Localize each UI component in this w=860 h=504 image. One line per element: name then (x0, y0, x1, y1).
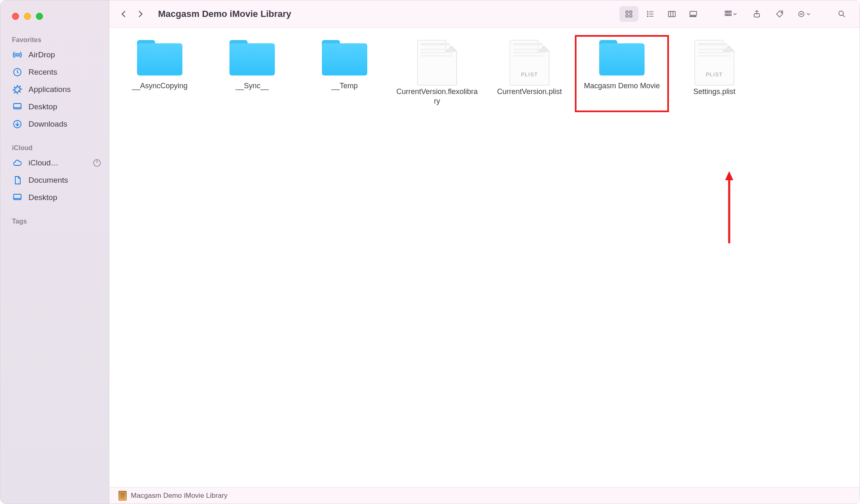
svg-point-28 (801, 14, 801, 14)
icon-view-button[interactable] (619, 6, 638, 22)
sidebar-section-icloud: iCloud (0, 140, 109, 154)
column-view-button[interactable] (662, 6, 681, 22)
svg-point-12 (647, 16, 648, 16)
sidebar-item-label: Applications (28, 85, 71, 94)
sidebar-item-icloud-drive[interactable]: iCloud… (0, 154, 109, 172)
file-item[interactable]: PLIST CurrentVersion.plist (483, 36, 576, 111)
svg-point-25 (781, 12, 782, 13)
svg-rect-19 (728, 11, 729, 12)
sync-progress-icon (92, 158, 102, 167)
minimize-window-button[interactable] (24, 13, 31, 20)
svg-rect-21 (725, 14, 727, 16)
folder-icon (599, 40, 645, 75)
svg-rect-8 (626, 14, 628, 17)
folder-item-highlighted[interactable]: Macgasm Demo Movie (576, 36, 668, 111)
file-item[interactable]: PLIST Settings.plist (668, 36, 761, 111)
fullscreen-window-button[interactable] (36, 13, 43, 20)
svg-point-11 (647, 14, 648, 14)
sidebar-item-recents[interactable]: Recents (0, 64, 109, 81)
sidebar: Favorites AirDrop Recents (0, 0, 109, 504)
desktop-icon (12, 101, 23, 112)
sidebar-item-label: Desktop (28, 193, 57, 202)
path-label: Macgasm Demo iMovie Library (131, 492, 227, 500)
document-icon (12, 175, 23, 186)
file-icon: PLIST (695, 40, 734, 85)
cloud-icon (12, 158, 23, 168)
svg-rect-9 (630, 14, 632, 17)
svg-rect-14 (690, 11, 697, 15)
file-badge: PLIST (695, 71, 734, 78)
sidebar-section-tags: Tags (0, 214, 109, 228)
svg-point-10 (647, 11, 648, 12)
svg-rect-22 (728, 14, 729, 16)
svg-rect-23 (730, 14, 731, 16)
svg-marker-32 (725, 171, 733, 180)
svg-rect-7 (630, 11, 632, 13)
sidebar-item-desktop-icloud[interactable]: Desktop (0, 189, 109, 206)
svg-rect-18 (725, 11, 727, 12)
sidebar-item-desktop[interactable]: Desktop (0, 98, 109, 115)
file-icon: PLIST (510, 40, 549, 85)
item-label: Settings.plist (693, 87, 735, 97)
window-controls (0, 5, 109, 32)
svg-point-27 (800, 14, 801, 14)
item-label: CurrentVersion.flexolibrary (396, 87, 478, 106)
svg-rect-16 (692, 16, 694, 16)
item-label: __AsyncCopying (132, 81, 187, 91)
sidebar-section-favorites: Favorites (0, 32, 109, 46)
view-mode-group (619, 6, 703, 22)
folder-item[interactable]: __Temp (298, 36, 391, 111)
toolbar: Macgasm Demo iMovie Library (109, 0, 860, 28)
main-pane: Macgasm Demo iMovie Library (109, 0, 860, 504)
sidebar-item-downloads[interactable]: Downloads (0, 115, 109, 133)
airdrop-icon (12, 49, 23, 60)
folder-item[interactable]: __AsyncCopying (113, 36, 206, 111)
file-grid[interactable]: __AsyncCopying __Sync__ __Temp CurrentVe… (109, 28, 860, 487)
forward-button[interactable] (134, 6, 146, 22)
close-window-button[interactable] (12, 13, 19, 20)
folder-item[interactable]: __Sync__ (206, 36, 298, 111)
svg-rect-5 (14, 194, 21, 200)
svg-rect-15 (690, 16, 692, 16)
svg-rect-17 (695, 16, 696, 16)
window-title: Macgasm Demo iMovie Library (158, 9, 291, 19)
file-icon (417, 40, 457, 85)
sidebar-item-documents[interactable]: Documents (0, 172, 109, 189)
svg-point-29 (802, 14, 802, 14)
sidebar-item-applications[interactable]: Applications (0, 81, 109, 98)
file-item[interactable]: CurrentVersion.flexolibrary (391, 36, 483, 111)
gallery-view-button[interactable] (684, 6, 703, 22)
item-label: __Sync__ (236, 81, 269, 91)
sidebar-item-airdrop[interactable]: AirDrop (0, 46, 109, 64)
sidebar-item-label: Recents (28, 68, 57, 77)
clock-icon (12, 67, 23, 78)
annotation-arrow-icon (724, 171, 734, 245)
download-icon (12, 119, 23, 130)
item-label: Macgasm Demo Movie (584, 81, 660, 91)
svg-rect-13 (669, 11, 676, 16)
path-bar[interactable]: Macgasm Demo iMovie Library (109, 487, 860, 504)
file-badge: PLIST (510, 71, 549, 78)
sidebar-item-label: Desktop (28, 102, 57, 111)
action-menu-button[interactable] (794, 6, 817, 22)
svg-rect-20 (730, 11, 731, 12)
svg-point-30 (839, 11, 843, 15)
sidebar-item-label: AirDrop (28, 50, 55, 59)
folder-icon (137, 40, 182, 75)
finder-window: Favorites AirDrop Recents (0, 0, 860, 504)
sidebar-item-label: iCloud… (28, 158, 59, 167)
sidebar-item-label: Documents (28, 176, 68, 185)
svg-point-0 (16, 54, 19, 56)
list-view-button[interactable] (641, 6, 660, 22)
svg-rect-2 (14, 104, 21, 109)
tags-button[interactable] (770, 6, 789, 22)
search-button[interactable] (832, 6, 851, 22)
folder-icon (322, 40, 367, 75)
group-by-button[interactable] (718, 6, 743, 22)
sidebar-item-label: Downloads (28, 120, 67, 129)
share-button[interactable] (747, 6, 766, 22)
item-label: CurrentVersion.plist (497, 87, 562, 97)
item-label: __Temp (331, 81, 358, 91)
back-button[interactable] (118, 6, 130, 22)
folder-icon (229, 40, 275, 75)
